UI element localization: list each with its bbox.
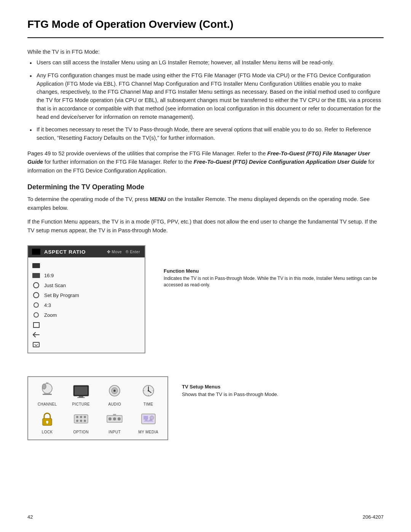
tv-caption-text: Shows that the TV is in Pass-through Mod…	[182, 391, 278, 398]
svg-point-34	[108, 417, 112, 420]
tv-icon-input: INPUT	[99, 409, 131, 434]
page-footer: 42 206-4207	[27, 514, 384, 520]
bullet-item-1: Users can still access the Installer Men…	[27, 59, 384, 67]
svg-rect-9	[79, 396, 83, 397]
fm-header: ASPECT RATIO ✤ Move ® Enter	[28, 246, 145, 257]
svg-point-36	[118, 417, 121, 420]
channel-icon	[37, 382, 57, 401]
tv-icon-audio: AUDIO	[99, 382, 131, 406]
section-heading: Determining the TV Operating Mode	[27, 183, 384, 191]
input-label: INPUT	[108, 430, 121, 434]
tv-setup-container: CHANNEL PICTURE	[27, 376, 384, 440]
fm-icon-square	[32, 321, 40, 328]
tv-icon-option: OPTION	[65, 409, 97, 434]
page-number: 42	[27, 514, 33, 520]
fm-item-label-43: 4:3	[44, 302, 51, 308]
svg-point-18	[148, 390, 149, 391]
tv-icon-lock: LOCK	[31, 409, 64, 434]
page-container: FTG Mode of Operation Overview (Cont.) W…	[0, 0, 411, 463]
fm-icon-expand	[32, 341, 40, 348]
option-icon	[71, 409, 91, 428]
fm-header-icon	[32, 249, 40, 255]
fm-item-back	[28, 330, 145, 340]
audio-icon	[104, 382, 125, 401]
svg-rect-8	[75, 387, 88, 395]
para1: Pages 49 to 52 provide overviews of the …	[27, 149, 384, 175]
audio-label: AUDIO	[108, 402, 121, 406]
fm-item-zoom: Zoom	[28, 310, 145, 320]
picture-icon	[71, 382, 91, 401]
fm-item-label-169: 16:9	[44, 273, 54, 278]
svg-rect-25	[47, 422, 48, 424]
tv-caption-title: TV Setup Menus	[182, 384, 278, 390]
bullet-item-3: If it becomes necessary to reset the TV …	[27, 126, 384, 142]
fm-item-label-zoom: Zoom	[44, 312, 57, 318]
fm-icon-circle4	[32, 312, 40, 318]
picture-label: PICTURE	[72, 402, 90, 406]
top-rule	[27, 37, 384, 38]
tv-icon-picture: PICTURE	[65, 382, 97, 406]
fm-item-label-setbyprogram: Set By Program	[44, 292, 79, 298]
page-title: FTG Mode of Operation Overview (Cont.)	[27, 18, 384, 30]
fm-item-justscan: Just Scan	[28, 280, 145, 290]
fm-icon-circle3	[32, 302, 40, 308]
tv-setup-grid: CHANNEL PICTURE	[31, 382, 164, 434]
svg-point-35	[113, 417, 116, 420]
fm-items: 16:9 Just Scan Set By Program	[28, 257, 145, 353]
tv-setup-box: CHANNEL PICTURE	[27, 376, 168, 440]
time-icon	[138, 382, 159, 401]
svg-point-28	[80, 416, 82, 418]
tv-setup-caption: TV Setup Menus Shows that the TV is in P…	[182, 376, 278, 398]
tv-icon-time: TIME	[132, 382, 165, 406]
svg-point-2	[42, 384, 46, 389]
fm-icon-circle2	[32, 292, 40, 299]
mymedia-icon	[138, 409, 159, 428]
time-label: TIME	[143, 402, 153, 406]
svg-point-29	[84, 416, 86, 418]
fm-item-169: 16:9	[28, 270, 145, 280]
svg-rect-37	[113, 414, 116, 415]
fm-icon-back	[32, 331, 40, 338]
svg-point-30	[76, 420, 78, 422]
svg-rect-6	[44, 393, 50, 394]
input-icon	[104, 409, 125, 428]
svg-rect-10	[77, 397, 85, 398]
fm-icon-rect2	[32, 272, 40, 279]
fm-item-label-justscan: Just Scan	[44, 283, 66, 288]
fm-icon-rect1	[32, 262, 40, 269]
lock-icon	[37, 409, 57, 428]
fm-item-square	[28, 320, 145, 330]
option-label: OPTION	[73, 430, 89, 434]
svg-rect-5	[43, 394, 52, 395]
fm-icon-circle1	[32, 282, 40, 289]
figures-row-1: ASPECT RATIO ✤ Move ® Enter	[27, 245, 384, 353]
fm-item-43: 4:3	[28, 300, 145, 310]
svg-point-32	[84, 420, 86, 422]
tv-icon-channel: CHANNEL	[31, 382, 64, 406]
mymedia-label: MY MEDIA	[139, 430, 158, 434]
fm-item-setbyprogram: Set By Program	[28, 290, 145, 300]
lock-label: LOCK	[42, 430, 53, 434]
svg-point-14	[114, 390, 115, 391]
function-menu-box: ASPECT RATIO ✤ Move ® Enter	[27, 245, 145, 353]
svg-rect-39	[143, 416, 148, 420]
fm-caption-text: Indicates the TV is not in Pass-through …	[164, 275, 379, 289]
para2: To determine the operating mode of the T…	[27, 195, 384, 212]
svg-point-31	[80, 420, 82, 422]
doc-number: 206-4207	[363, 514, 384, 520]
channel-label: CHANNEL	[38, 402, 57, 406]
fm-item-blank1	[28, 260, 145, 270]
bullet-item-2: Any FTG configuration changes must be ma…	[27, 72, 384, 121]
svg-rect-0	[33, 342, 39, 347]
function-menu-caption: Function Menu Indicates the TV is not in…	[159, 245, 384, 292]
fm-caption-title: Function Menu	[164, 268, 379, 274]
fm-header-title: ASPECT RATIO	[44, 249, 103, 255]
fm-header-hint: ✤ Move ® Enter	[107, 249, 140, 254]
para3: If the Function Menu appears, the TV is …	[27, 217, 384, 235]
svg-point-27	[76, 416, 78, 418]
tv-icon-mymedia: MY MEDIA	[132, 409, 165, 434]
bullet-list: Users can still access the Installer Men…	[27, 59, 384, 142]
fm-item-expand	[28, 340, 145, 350]
intro-label: While the TV is in FTG Mode:	[27, 49, 384, 55]
